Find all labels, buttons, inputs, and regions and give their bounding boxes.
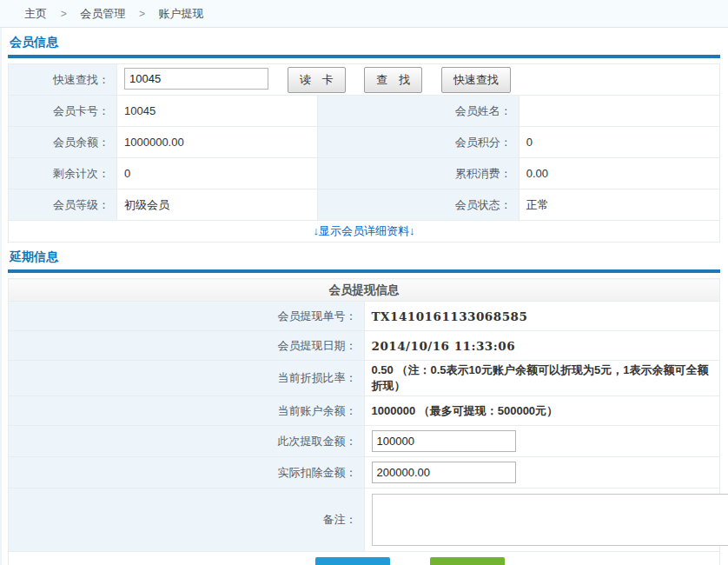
- member-balance-row: 会员余额： 1000000.00 会员积分： 0: [9, 127, 720, 158]
- member-level-label: 会员等级：: [9, 189, 117, 221]
- remark-textarea-frame: ▲ ▼: [372, 494, 728, 546]
- remark-row: 备注： ▲ ▼: [9, 489, 720, 552]
- save-button[interactable]: 保 存: [315, 557, 390, 565]
- withdraw-amount-input[interactable]: [372, 430, 516, 452]
- account-balance-value: 1000000 （最多可提现：500000元）: [364, 396, 720, 426]
- total-consume-label: 累积消费：: [318, 158, 519, 189]
- remark-textarea[interactable]: [373, 495, 728, 545]
- member-points-label: 会员积分：: [318, 127, 519, 158]
- loss-ratio-row: 当前折损比率： 0.50 （注：0.5表示10元账户余额可以折现为5元，1表示余…: [9, 361, 720, 396]
- quick-search-input[interactable]: [124, 68, 268, 90]
- member-card-value: 10045: [117, 96, 318, 127]
- deduct-amount-label: 实际扣除金额：: [9, 457, 365, 489]
- detail-link-row: ↓显示会员详细资料↓: [9, 221, 720, 243]
- account-balance-row: 当前账户余额： 1000000 （最多可提现：500000元）: [9, 396, 720, 426]
- breadcrumb-item-member-management[interactable]: 会员管理: [80, 7, 125, 20]
- breadcrumb-item-account-withdraw: 账户提现: [159, 7, 204, 20]
- member-status-value: 正常: [519, 189, 719, 221]
- member-level-value: 初级会员: [117, 189, 318, 221]
- withdraw-table-title-row: 会员提现信息: [9, 279, 720, 302]
- member-card-row: 会员卡号： 10045 会员姓名：: [9, 96, 720, 127]
- account-balance-label: 当前账户余额：: [9, 396, 365, 426]
- deduct-amount-row: 实际扣除金额：: [9, 457, 720, 489]
- withdraw-order-label: 会员提现单号：: [9, 302, 365, 331]
- member-level-row: 会员等级： 初级会员 会员状态： 正常: [9, 189, 720, 221]
- member-card-label: 会员卡号：: [9, 96, 117, 127]
- member-points-value: 0: [519, 127, 719, 158]
- remark-cell: ▲ ▼: [364, 489, 720, 552]
- reset-button[interactable]: 重 置: [430, 557, 505, 565]
- withdraw-amount-label: 此次提取金额：: [9, 426, 365, 457]
- search-button[interactable]: 查 找: [364, 67, 422, 93]
- remaining-count-value: 0: [117, 158, 318, 189]
- withdraw-section-title: 延期信息: [8, 243, 720, 269]
- quick-search-cell: 读 卡 查 找 快速查找: [117, 64, 720, 96]
- quick-search-row: 快速查找： 读 卡 查 找 快速查找: [9, 64, 720, 96]
- section-divider-bar: [8, 55, 720, 58]
- member-balance-label: 会员余额：: [9, 127, 117, 158]
- read-card-button[interactable]: 读 卡: [288, 67, 346, 93]
- footer-row: 发送短信 保 存 重 置: [9, 552, 720, 565]
- withdraw-order-value: TX1410161133068585: [364, 302, 720, 331]
- quick-search-button[interactable]: 快速查找: [441, 67, 511, 93]
- member-status-label: 会员状态：: [318, 189, 519, 221]
- breadcrumb: 主页 > 会员管理 > 账户提现: [0, 0, 728, 28]
- breadcrumb-item-home[interactable]: 主页: [24, 7, 47, 20]
- member-name-value: [519, 96, 719, 127]
- breadcrumb-separator-icon: >: [139, 8, 145, 20]
- loss-ratio-label: 当前折损比率：: [9, 361, 365, 396]
- deduct-amount-input[interactable]: [372, 462, 516, 483]
- total-consume-value: 0.00: [519, 158, 719, 189]
- quick-search-label: 快速查找：: [9, 64, 117, 96]
- deduct-amount-cell: [364, 457, 720, 489]
- footer-cell: 发送短信 保 存 重 置: [9, 552, 720, 565]
- remaining-count-label: 剩余计次：: [9, 158, 117, 189]
- member-info-table: 快速查找： 读 卡 查 找 快速查找 会员卡号： 10045 会员姓名： 会员余…: [8, 63, 720, 243]
- withdraw-table-title: 会员提现信息: [9, 279, 720, 302]
- withdraw-date-row: 会员提现日期： 2014/10/16 11:33:06: [9, 331, 720, 361]
- breadcrumb-separator-icon: >: [61, 8, 67, 20]
- remark-label: 备注：: [9, 489, 365, 552]
- withdraw-order-row: 会员提现单号： TX1410161133068585: [9, 302, 720, 331]
- member-balance-value: 1000000.00: [117, 127, 318, 158]
- withdraw-amount-cell: [364, 426, 720, 457]
- member-info-section-title: 会员信息: [8, 28, 720, 55]
- member-name-label: 会员姓名：: [318, 96, 519, 127]
- loss-ratio-value: 0.50 （注：0.5表示10元账户余额可以折现为5元，1表示余额可全额折现）: [364, 361, 720, 396]
- remaining-count-row: 剩余计次： 0 累积消费： 0.00: [9, 158, 720, 189]
- show-member-detail-link[interactable]: ↓显示会员详细资料↓: [314, 224, 415, 237]
- section-divider-bar: [8, 269, 720, 273]
- withdraw-table: 会员提现信息 会员提现单号： TX1410161133068585 会员提现日期…: [8, 278, 720, 565]
- withdraw-date-label: 会员提现日期：: [9, 331, 365, 361]
- withdraw-date-value: 2014/10/16 11:33:06: [364, 331, 720, 361]
- withdraw-amount-row: 此次提取金额：: [9, 426, 720, 457]
- page-content: 会员信息 快速查找： 读 卡 查 找 快速查找 会员卡号： 10045 会员姓名…: [0, 28, 728, 565]
- detail-link-cell: ↓显示会员详细资料↓: [9, 221, 720, 243]
